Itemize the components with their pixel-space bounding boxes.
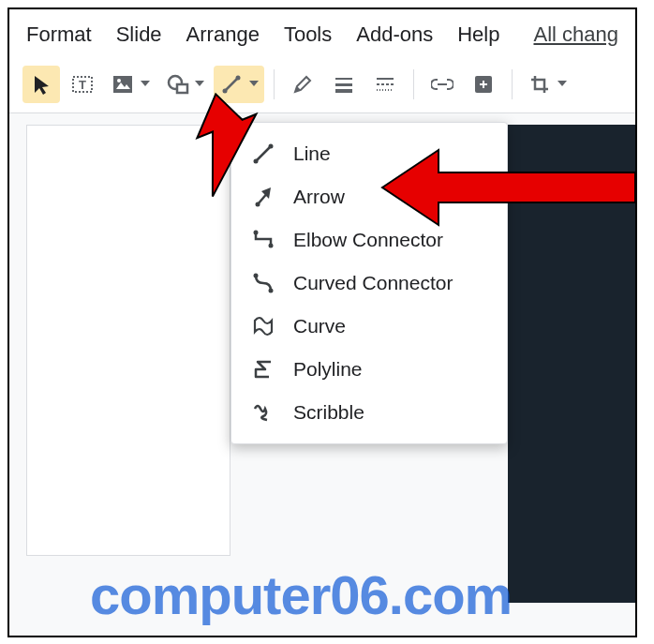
svg-line-19 (256, 146, 271, 161)
svg-point-8 (223, 89, 228, 94)
chevron-down-icon (557, 81, 567, 86)
menu-tools[interactable]: Tools (284, 22, 332, 47)
svg-text:T: T (79, 78, 86, 92)
menubar: Format Slide Arrange Tools Add-ons Help … (9, 9, 635, 60)
app-frame: Format Slide Arrange Tools Add-ons Help … (7, 7, 637, 637)
line-menu-elbow[interactable]: Elbow Connector (231, 218, 507, 262)
svg-rect-6 (177, 84, 187, 93)
menu-label: Arrow (293, 186, 345, 208)
separator (274, 69, 275, 99)
chevron-down-icon (141, 81, 150, 86)
svg-point-27 (254, 274, 259, 278)
line-menu-curved[interactable]: Curved Connector (231, 262, 507, 305)
image-tool[interactable] (105, 66, 156, 103)
line-tool[interactable] (214, 66, 264, 103)
svg-rect-10 (335, 78, 352, 80)
pen-tool[interactable] (284, 66, 321, 103)
svg-point-20 (254, 159, 259, 164)
curved-icon (252, 272, 275, 294)
menu-label: Line (293, 142, 331, 165)
polyline-icon (252, 358, 275, 381)
slide-thumbnail[interactable] (26, 125, 230, 556)
separator (413, 69, 414, 99)
scribble-icon (252, 401, 275, 424)
svg-rect-2 (113, 76, 132, 93)
svg-point-21 (269, 144, 274, 149)
svg-point-26 (269, 244, 274, 248)
all-changes-link[interactable]: All chang (533, 22, 618, 47)
menu-label: Curve (293, 315, 346, 337)
crop-tool[interactable] (522, 66, 572, 103)
svg-point-28 (269, 289, 274, 293)
svg-rect-12 (335, 89, 352, 93)
line-dash-tool[interactable] (366, 66, 404, 103)
svg-point-23 (256, 202, 260, 207)
line-menu-scribble[interactable]: Scribble (231, 391, 507, 434)
menu-label: Scribble (293, 401, 364, 424)
arrow-icon (252, 186, 275, 208)
select-tool[interactable] (22, 66, 60, 103)
menu-format[interactable]: Format (26, 22, 92, 47)
slide-canvas[interactable] (508, 125, 637, 603)
link-tool[interactable] (424, 66, 461, 103)
chevron-down-icon (195, 81, 204, 86)
menu-slide[interactable]: Slide (116, 22, 162, 47)
svg-point-25 (254, 231, 259, 235)
svg-point-9 (236, 76, 241, 81)
textbox-tool[interactable]: T (64, 66, 101, 103)
shape-tool[interactable] (159, 66, 210, 103)
svg-point-4 (117, 79, 121, 82)
menu-label: Elbow Connector (293, 229, 443, 251)
menu-label: Curved Connector (293, 272, 453, 294)
comment-tool[interactable] (465, 66, 502, 103)
line-weight-tool[interactable] (325, 66, 363, 103)
line-menu-arrow[interactable]: Arrow (231, 175, 507, 218)
toolbar: T (9, 60, 635, 113)
svg-line-7 (225, 78, 238, 91)
curve-icon (252, 315, 275, 337)
menu-label: Polyline (293, 358, 363, 381)
menu-help[interactable]: Help (457, 22, 499, 47)
svg-rect-11 (335, 83, 352, 86)
line-icon (252, 142, 275, 165)
line-menu-curve[interactable]: Curve (231, 305, 507, 348)
line-menu-polyline[interactable]: Polyline (231, 348, 507, 391)
separator (512, 69, 513, 99)
menu-arrange[interactable]: Arrange (186, 22, 260, 47)
elbow-icon (252, 229, 275, 251)
menu-addons[interactable]: Add-ons (356, 22, 433, 47)
line-dropdown: Line Arrow Elbow Connector Curved Connec… (230, 122, 508, 444)
chevron-down-icon (249, 81, 259, 86)
line-menu-line[interactable]: Line (231, 132, 507, 175)
